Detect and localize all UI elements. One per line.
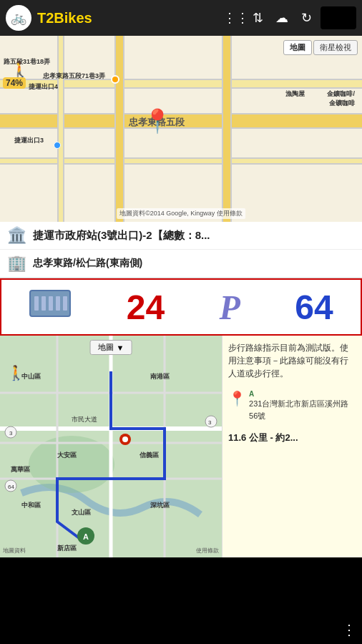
svg-rect-1: [34, 296, 39, 311]
available-count: 24: [127, 288, 165, 327]
road-v1: [114, 36, 124, 222]
dropdown-icon: ▼: [117, 343, 124, 352]
bike-count-panel: 24 P 64: [0, 278, 362, 336]
map-bottom-bg: 中山區 南港區 市民大道 信義區 大安區 萬華區 中和區 文山區 深坑區 新店區…: [0, 336, 222, 557]
station-sub-name: 忠孝東路/松仁路(東南側): [33, 257, 142, 270]
address-box: 📍 A 231台灣新北市新店區溪州路56號: [228, 390, 356, 421]
station-icon: 🏛️: [6, 226, 27, 245]
map-view-buttons: 地圖 衛星檢視: [283, 40, 358, 55]
bike-slot-icon: [29, 283, 72, 331]
svg-text:信義區: 信義區: [139, 452, 159, 459]
station-sub-row: 🏢 忠孝東路/松仁路(東南側): [0, 250, 362, 278]
road-label-1: 忠孝東路五段71巷3弄: [43, 72, 105, 81]
coffee1-label: 金鑛咖啡/: [327, 89, 355, 99]
address-marker-label: A: [249, 390, 356, 398]
progress-badge: 74%: [3, 77, 26, 89]
station-info: 🏛️ 捷運市政府站(3號出口)-2【總數：8... 🏢 忠孝東路/松仁路(東南側…: [0, 222, 362, 278]
app-title: T2Bikes: [37, 10, 217, 26]
svg-text:A: A: [83, 532, 89, 541]
parking-icon: P: [220, 288, 240, 327]
refresh-icon[interactable]: ↻: [296, 10, 316, 26]
parking-count: 64: [295, 288, 333, 327]
info-panel: 步行路線指示目前為測試版。使用注意事項－此路線可能沒有行人道或步行徑。 📍 A …: [222, 336, 362, 557]
walking-notice: 步行路線指示目前為測試版。使用注意事項－此路線可能沒有行人道或步行徑。: [228, 341, 356, 380]
coffee2-label: 金礦咖啡: [329, 99, 355, 108]
svg-text:萬華區: 萬華區: [11, 466, 30, 473]
svg-text:文山區: 文山區: [72, 509, 91, 516]
distance-label: 11.6 公里 - 約2...: [228, 431, 356, 444]
svg-text:3: 3: [208, 419, 212, 426]
svg-text:新店區: 新店區: [57, 544, 77, 552]
map-button[interactable]: 地圖: [283, 40, 312, 55]
svg-text:深坑區: 深坑區: [150, 501, 170, 509]
map-top: 忠孝東路五段71巷3弄 忠孝東路五段 捷運出口4 捷運出口3 路五段31巷18弄…: [0, 36, 362, 222]
app-header: 🚲 T2Bikes ⋮⋮ ⇅ ☁ ↻: [0, 0, 362, 36]
exit3-label: 捷運出口3: [14, 136, 44, 145]
station-name-row: 🏛️ 捷運市政府站(3號出口)-2【總數：8...: [0, 222, 362, 250]
svg-text:3: 3: [9, 430, 13, 436]
station-sub-icon: 🏢: [6, 254, 27, 273]
bottom-person-icon: 🚶: [7, 364, 25, 381]
road-h3: [0, 157, 362, 165]
bike-icon: 🚲: [11, 10, 26, 26]
fish-label: 漁陶屋: [285, 89, 305, 99]
station-marker-1: [111, 75, 119, 84]
svg-text:市民大道: 市民大道: [72, 416, 97, 423]
black-box: [321, 6, 356, 29]
station-name: 捷運市政府站(3號出口)-2【總數：8...: [33, 229, 210, 243]
bike-rack-svg: [29, 283, 72, 323]
exit4-label: 捷運出口4: [29, 82, 58, 92]
address-pin-icon: 📍: [228, 390, 245, 407]
svg-text:大安區: 大安區: [57, 451, 77, 459]
svg-text:64: 64: [8, 484, 14, 490]
satellite-button[interactable]: 衛星檢視: [313, 40, 358, 55]
svg-point-6: [29, 436, 114, 493]
map-bottom: 中山區 南港區 市民大道 信義區 大安區 萬華區 中和區 文山區 深坑區 新店區…: [0, 336, 222, 557]
network-icon[interactable]: ⋮⋮: [223, 10, 243, 26]
map-pin: 📍: [143, 107, 172, 135]
more-options-button[interactable]: ⋮: [342, 621, 356, 638]
map-background: 忠孝東路五段71巷3弄 忠孝東路五段 捷運出口4 捷運出口3 路五段31巷18弄…: [0, 36, 362, 222]
svg-text:南港區: 南港區: [150, 373, 170, 380]
direction-icon[interactable]: ⇅: [248, 10, 268, 26]
svg-rect-3: [49, 296, 53, 311]
road-v3: [57, 36, 64, 222]
map-bottom-terms: 使用條款: [196, 547, 219, 555]
svg-point-27: [122, 436, 128, 442]
map-copyright: 地圖資料©2014 Google, Kingway 使用條款: [117, 208, 245, 219]
address-text: 231台灣新北市新店區溪州路56號: [249, 398, 356, 421]
station-marker-2: [54, 142, 61, 149]
app-logo: 🚲: [6, 5, 31, 31]
svg-rect-5: [63, 296, 67, 311]
bottom-section: 中山區 南港區 市民大道 信義區 大安區 萬華區 中和區 文山區 深坑區 新店區…: [0, 336, 362, 557]
map-bottom-type-button[interactable]: 地圖 ▼: [90, 340, 132, 355]
svg-rect-2: [41, 296, 46, 311]
bottom-map-svg: 中山區 南港區 市民大道 信義區 大安區 萬華區 中和區 文山區 深坑區 新店區…: [0, 336, 222, 557]
toolbar: ⋮⋮ ⇅ ☁ ↻: [223, 6, 356, 29]
map-bottom-copyright: 地圖資料: [3, 547, 26, 555]
cloud-icon[interactable]: ☁: [272, 10, 292, 26]
road-v2: [222, 36, 232, 222]
svg-text:中和區: 中和區: [21, 502, 41, 509]
svg-rect-4: [56, 296, 60, 311]
map-bottom-label: 地圖: [98, 342, 114, 353]
